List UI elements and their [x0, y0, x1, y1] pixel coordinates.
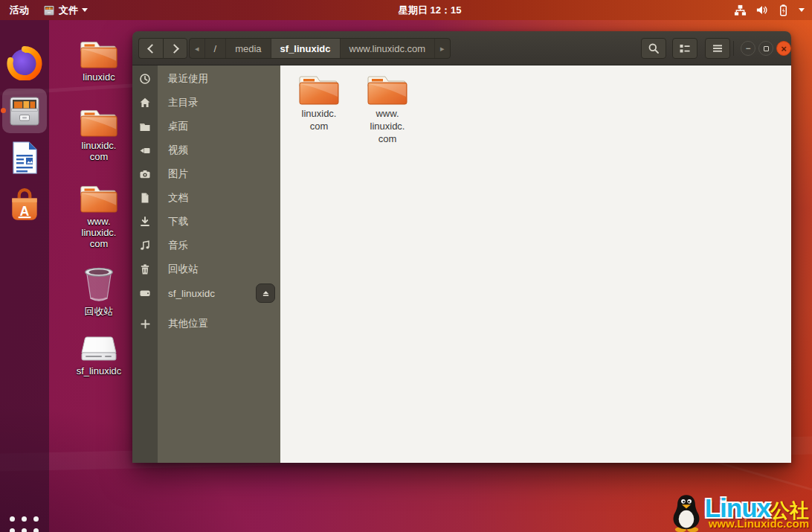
- file-name: www.: [354, 107, 421, 120]
- desktop-icon-www-linuxidc-com[interactable]: www. linuxidc. com: [54, 182, 144, 249]
- sidebar-item-label: 图片: [158, 167, 188, 181]
- folder-icon: [298, 71, 340, 106]
- search-button[interactable]: [641, 38, 666, 59]
- sidebar-item-label: 主目录: [158, 96, 199, 109]
- app-menu-button[interactable]: 文件: [43, 0, 88, 20]
- activities-button[interactable]: 活动: [10, 0, 29, 20]
- drive-icon: [80, 335, 118, 363]
- desktop-icon-trash[interactable]: 回收站: [54, 266, 144, 317]
- sidebar-item-label: 回收站: [158, 263, 199, 276]
- desktop-icon-label: linuxidc.: [54, 140, 144, 151]
- breadcrumb-scroll-left[interactable]: ◂: [190, 39, 205, 58]
- dock-running-indicator: [1, 108, 6, 113]
- sidebar-item-downloads[interactable]: 下载: [132, 210, 280, 234]
- desktop-icon-linuxidc[interactable]: linuxidc: [54, 37, 144, 83]
- eject-button[interactable]: [256, 283, 275, 303]
- folder-icon: [80, 37, 118, 69]
- breadcrumb-scroll-right[interactable]: ▸: [435, 39, 450, 58]
- show-applications-button[interactable]: [10, 516, 40, 532]
- minimize-button[interactable]: −: [741, 41, 755, 56]
- sidebar-item-desktop[interactable]: 桌面: [132, 115, 280, 138]
- file-name: com: [286, 120, 352, 132]
- sidebar-item-label: 桌面: [158, 120, 188, 133]
- watermark-text: Linux公社 www.Linuxidc.com: [705, 495, 809, 532]
- clock-button[interactable]: 星期日 12：15: [399, 0, 462, 20]
- breadcrumb-sf-linuxidc-active[interactable]: sf_linuxidc: [271, 39, 341, 58]
- file-list-area[interactable]: linuxidc. com www. linuxidc. com: [280, 65, 791, 463]
- breadcrumb-www-linuxidc-com[interactable]: www.linuxidc.com: [341, 39, 436, 58]
- documents-icon: [139, 192, 151, 204]
- desktop-icon-label: com: [54, 238, 144, 249]
- eject-icon: [261, 289, 271, 298]
- window-titlebar[interactable]: ◂ / media sf_linuxidc www.linuxidc.com ▸…: [132, 31, 791, 65]
- drive-icon: [139, 287, 151, 299]
- clock-label: 星期日 12：15: [399, 4, 462, 17]
- sidebar-item-recent[interactable]: 最近使用: [132, 67, 280, 91]
- close-button[interactable]: ×: [776, 41, 791, 56]
- maximize-icon: [764, 46, 769, 51]
- top-bar: 活动 文件 星期日 12：15: [0, 0, 812, 20]
- desktop-folder-icon: [139, 121, 151, 132]
- file-item-www-linuxidc-com[interactable]: www. linuxidc. com: [354, 71, 421, 145]
- view-toggle-button[interactable]: [672, 38, 697, 59]
- sidebar-rows: 最近使用 主目录 桌面 视频 图片: [132, 67, 280, 336]
- desktop-icon-label: com: [54, 151, 144, 162]
- desktop-icon-label: 回收站: [54, 306, 144, 317]
- window-body: 最近使用 主目录 桌面 视频 图片: [132, 65, 791, 463]
- sidebar-item-other-locations[interactable]: 其他位置: [132, 312, 280, 336]
- folder-icon: [367, 71, 408, 106]
- navigation-buttons: [138, 38, 187, 59]
- volume-icon: [755, 4, 768, 16]
- chevron-left-icon: [147, 44, 157, 54]
- sidebar-item-videos[interactable]: 视频: [132, 138, 280, 162]
- sidebar-item-documents[interactable]: 文档: [132, 186, 280, 210]
- caret-down-icon: [82, 8, 88, 12]
- system-status-area[interactable]: [734, 0, 805, 20]
- sidebar-item-label: 视频: [158, 144, 188, 157]
- breadcrumb-media[interactable]: media: [226, 39, 271, 58]
- window-menu-button[interactable]: [705, 38, 730, 59]
- caret-down-icon: [799, 8, 805, 12]
- sidebar-item-home[interactable]: 主目录: [132, 91, 280, 115]
- recent-icon: [139, 73, 151, 85]
- search-icon: [648, 42, 660, 54]
- battery-icon: [777, 4, 790, 16]
- pictures-icon: [139, 168, 151, 180]
- sidebar-item-label: 文档: [158, 191, 188, 205]
- breadcrumb: ◂ / media sf_linuxidc www.linuxidc.com ▸: [189, 38, 451, 59]
- file-name: linuxidc.: [286, 107, 352, 120]
- desktop-icon-sf-linuxidc[interactable]: sf_linuxidc: [54, 335, 144, 376]
- linuxidc-watermark: Linux公社 www.Linuxidc.com: [669, 493, 809, 532]
- back-button[interactable]: [138, 38, 163, 59]
- chevron-right-icon: [170, 44, 179, 54]
- sidebar-item-label: sf_linuxidc: [158, 288, 215, 299]
- file-name: linuxidc.: [354, 120, 421, 132]
- libreoffice-writer-dock-icon[interactable]: [7, 140, 42, 176]
- trash-icon: [139, 263, 151, 275]
- maximize-button[interactable]: [758, 41, 773, 56]
- desktop-icon-linuxidc-com[interactable]: linuxidc. com: [54, 106, 144, 162]
- hamburger-icon: [712, 42, 724, 54]
- sidebar-item-label: 下载: [158, 215, 188, 228]
- files-app-icon: [43, 4, 55, 16]
- activities-label: 活动: [10, 4, 29, 17]
- sidebar-item-pictures[interactable]: 图片: [132, 162, 280, 186]
- files-dock-icon[interactable]: [7, 93, 42, 129]
- sidebar-item-label: 最近使用: [158, 72, 208, 86]
- sidebar-item-sf-linuxidc[interactable]: sf_linuxidc: [132, 281, 280, 305]
- ubuntu-software-dock-icon[interactable]: [7, 188, 42, 224]
- firefox-dock-icon[interactable]: [7, 45, 42, 80]
- network-icon: [734, 4, 747, 16]
- sidebar-item-label: 音乐: [158, 239, 188, 252]
- sidebar-item-music[interactable]: 音乐: [132, 234, 280, 257]
- desktop-icon-label: sf_linuxidc: [54, 365, 144, 376]
- watermark-url: www.Linuxidc.com: [705, 518, 809, 529]
- downloads-icon: [139, 216, 151, 228]
- file-item-linuxidc-com[interactable]: linuxidc. com: [286, 71, 352, 132]
- app-menu-label: 文件: [59, 4, 78, 17]
- sidebar-item-trash[interactable]: 回收站: [132, 257, 280, 281]
- breadcrumb-root[interactable]: /: [205, 39, 227, 58]
- dock: [0, 20, 49, 532]
- tux-penguin-icon: [669, 493, 703, 532]
- forward-button[interactable]: [163, 38, 187, 59]
